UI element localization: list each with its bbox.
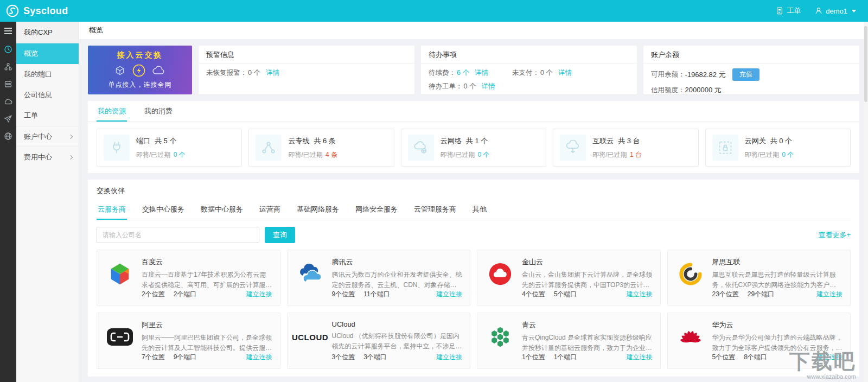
resource-card-cloud-network[interactable]: 云网络共 1 个 即将/已过期 0 个	[401, 129, 546, 167]
renew-detail-link[interactable]: 详情	[475, 68, 488, 78]
tab-exchange-center[interactable]: 交换中心服务	[141, 200, 186, 220]
tab-basic-network[interactable]: 基础网络服务	[296, 200, 340, 220]
resource-total: 共 3 台	[618, 137, 640, 145]
connect-link[interactable]: 建立连接	[816, 353, 843, 362]
credit-limit-value: 2000000 元	[685, 85, 722, 95]
server-icon[interactable]	[0, 76, 16, 92]
partner-locations: 7个位置	[142, 353, 165, 362]
topbar-ticket-link[interactable]: 工单	[776, 6, 801, 16]
view-more-link[interactable]: 查看更多+	[818, 230, 851, 240]
expired-label: 即将/已过期	[288, 151, 322, 158]
sidebar-item-company-info[interactable]: 公司信息	[16, 85, 79, 105]
resource-card-port[interactable]: 端口共 5 个 即将/已过期 0 个	[97, 129, 242, 167]
banner-subtitle: 单点接入，连接全网	[108, 80, 172, 90]
partners-panel: 交换伙伴 云服务商 交换中心服务 数据中心服务 运营商 基础网络服务 网络安全服…	[88, 180, 859, 377]
brand-name: Syscloud	[23, 5, 68, 17]
resource-name: 端口	[136, 137, 150, 145]
banner-title: 接入云交换	[117, 50, 163, 60]
sidebar-item-billing-center[interactable]: 费用中心	[16, 147, 79, 167]
resource-card-cloud-gateway[interactable]: 云网关共 0 个 即将/已过期 0 个	[705, 129, 851, 167]
todo-card-title: 待办事项	[421, 46, 637, 63]
alert-card: 预警信息 未恢复报警： 0 个 详情	[199, 46, 414, 94]
resource-card-dedicated-line[interactable]: 云专线共 6 条 即将/已过期 4 条	[248, 129, 394, 167]
company-search-input[interactable]	[97, 227, 259, 243]
globe-icon[interactable]	[0, 128, 16, 144]
scrollbar-thumb[interactable]	[864, 26, 867, 102]
partner-name: 阿里云	[142, 320, 272, 330]
resources-row: 端口共 5 个 即将/已过期 0 个 云专线共 6 条 即将/已过期 4 条	[88, 122, 859, 173]
alibaba-cloud-logo	[105, 322, 135, 352]
partner-desc: 华为云是华为公司倾力打造的云端战略品牌，致力于为全球客户提供领先的公有云服务，包…	[712, 333, 843, 353]
hamburger-icon[interactable]	[0, 22, 16, 40]
query-button[interactable]: 查询	[265, 227, 295, 243]
cloud-network-icon	[408, 135, 434, 161]
partner-desc: 百度云—百度基于17年技术积累为公有云需求者提供稳定、高可用、可扩展的云计算服务…	[142, 270, 272, 290]
username: demo1	[826, 7, 847, 15]
tab-network-security[interactable]: 网络安全服务	[354, 200, 399, 220]
ticket-label: 工单	[787, 6, 801, 16]
sidebar-item-my-ports[interactable]: 我的端口	[16, 64, 79, 85]
topbar-user-menu[interactable]: demo1	[815, 7, 856, 15]
connect-link[interactable]: 建立连接	[627, 290, 653, 299]
tab-datacenter[interactable]: 数据中心服务	[200, 200, 244, 220]
network-icon[interactable]	[0, 59, 16, 75]
alert-detail-link[interactable]: 详情	[266, 68, 279, 78]
recharge-button[interactable]: 充值	[732, 68, 760, 81]
partner-desc: UCloud （优刻得科技股份有限公司）是国内领先的云计算服务平台，坚持中立，不…	[332, 331, 463, 351]
renew-label: 待续费：	[429, 68, 456, 78]
tab-other[interactable]: 其他	[471, 200, 488, 220]
partner-name: 犀思互联	[712, 257, 843, 267]
sidebar-item-tickets[interactable]: 工单	[16, 105, 79, 126]
connect-link[interactable]: 建立连接	[627, 353, 653, 362]
connect-link[interactable]: 建立连接	[246, 290, 272, 299]
partner-locations: 4个位置	[522, 290, 545, 299]
expired-label: 即将/已过期	[745, 151, 779, 158]
work-ticket-count: 0 个	[464, 82, 476, 91]
tab-my-resources[interactable]: 我的资源	[97, 101, 127, 122]
available-balance-label: 可用余额：	[651, 70, 685, 79]
partners-tabbar: 云服务商 交换中心服务 数据中心服务 运营商 基础网络服务 网络安全服务 云管理…	[97, 200, 851, 220]
resource-card-interconnect-cloud[interactable]: 互联云共 3 台 即将/已过期 1 台	[553, 129, 698, 167]
resources-tabbar: 我的资源 我的消费	[88, 101, 859, 122]
expired-count: 4 条	[326, 151, 337, 158]
sidebar-item-account-center[interactable]: 账户中心	[16, 126, 79, 147]
expired-count: 0 个	[782, 151, 794, 158]
partner-name: 华为云	[712, 320, 843, 330]
work-ticket-detail-link[interactable]: 详情	[481, 82, 495, 91]
tab-my-consumption[interactable]: 我的消费	[143, 101, 174, 122]
partner-ports: 29个端口	[748, 290, 774, 299]
cloud-icon[interactable]	[0, 93, 16, 110]
tencent-cloud-logo	[295, 259, 326, 289]
sidebar-title: 我的CXP	[16, 22, 79, 43]
scrollbar[interactable]	[864, 22, 868, 382]
partner-card-ucloud: UCLOUD UCloud UCloud （优刻得科技股份有限公司）是国内领先的…	[287, 313, 471, 369]
connect-link[interactable]: 建立连接	[436, 290, 462, 299]
connect-link[interactable]: 建立连接	[246, 353, 272, 362]
topbar: Syscloud 工单 demo1	[0, 0, 868, 22]
resource-total: 共 1 个	[466, 137, 488, 145]
cloud-exchange-banner[interactable]: 接入云交换 单点接入，连接全网	[88, 46, 192, 94]
breadcrumb: 概览	[79, 22, 868, 39]
qingcloud-logo	[485, 322, 515, 352]
sidebar-item-overview[interactable]: 概览	[16, 43, 79, 64]
partner-ports: 9个端口	[174, 353, 197, 362]
unpaid-count: 0 个	[540, 68, 553, 78]
tab-carrier[interactable]: 运营商	[258, 200, 282, 220]
connect-link[interactable]: 建立连接	[436, 353, 462, 362]
brand[interactable]: Syscloud	[5, 4, 68, 18]
unpaid-detail-link[interactable]: 详情	[558, 68, 572, 78]
tab-cloud-management[interactable]: 云管理服务商	[413, 200, 457, 220]
resource-total: 共 0 个	[770, 137, 792, 145]
partner-card-tencent: 腾讯云 腾讯云为数百万的企业和开发者提供安全、稳定的云服务器、云主机、CDN、对…	[287, 250, 471, 306]
sidebar-item-label: 费用中心	[24, 147, 52, 168]
connect-link[interactable]: 建立连接	[816, 290, 843, 299]
clock-icon[interactable]	[0, 41, 16, 58]
expired-count: 0 个	[478, 151, 490, 158]
partner-locations: 3个位置	[332, 353, 355, 362]
resource-name: 云网络	[441, 137, 462, 145]
cloud-gateway-icon	[712, 135, 738, 161]
tab-cloud-providers[interactable]: 云服务商	[97, 200, 127, 220]
resource-name: 云专线	[288, 137, 309, 145]
send-icon[interactable]	[0, 111, 16, 127]
resource-name: 互联云	[592, 137, 614, 145]
